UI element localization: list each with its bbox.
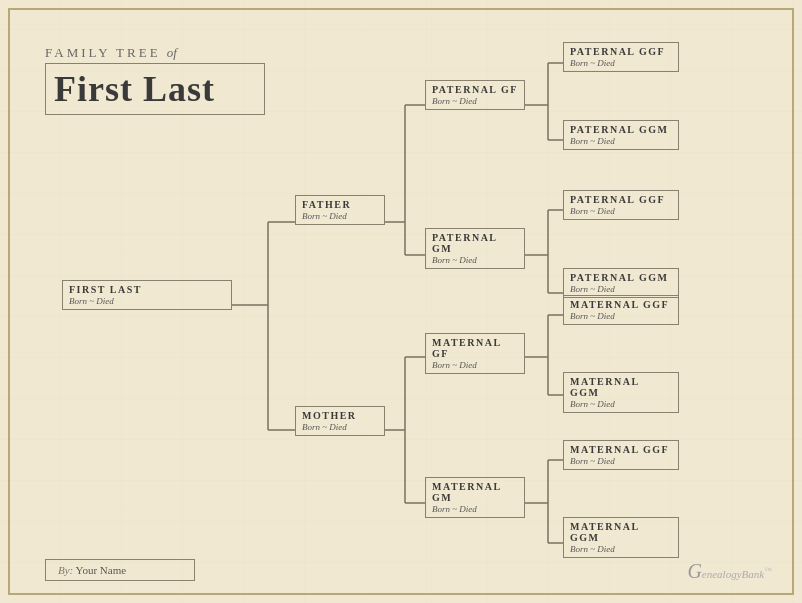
pat-ggf2-dates: Born ~ Died (564, 206, 678, 219)
title-area: FAMILY TREE of First Last (45, 45, 265, 115)
pat-ggf1-name: PATERNAL GGF (564, 43, 678, 58)
paternal-gm-name: PATERNAL GM (426, 229, 524, 255)
father-box: FATHER Born ~ Died (295, 195, 385, 225)
pat-ggm1-name: PATERNAL GGM (564, 121, 678, 136)
logo-suffix: ™ (764, 566, 772, 575)
pat-ggm2-name: PATERNAL GGM (564, 269, 678, 284)
title-subtitle: FAMILY TREE of (45, 45, 265, 61)
mat-ggm2-box: MATERNAL GGM Born ~ Died (563, 517, 679, 558)
logo-text: enealogyBank (702, 568, 764, 580)
paternal-gf-dates: Born ~ Died (426, 96, 524, 109)
father-name: FATHER (296, 196, 384, 211)
by-label: By: (58, 564, 73, 576)
mat-ggf2-dates: Born ~ Died (564, 456, 678, 469)
pat-ggf2-box: PATERNAL GGF Born ~ Died (563, 190, 679, 220)
subtitle-of: of (167, 45, 177, 60)
maternal-gm-dates: Born ~ Died (426, 504, 524, 517)
mat-ggm2-name: MATERNAL GGM (564, 518, 678, 544)
pat-ggm1-box: PATERNAL GGM Born ~ Died (563, 120, 679, 150)
maternal-gf-name: MATERNAL GF (426, 334, 524, 360)
main-title: First Last (45, 63, 265, 115)
father-dates: Born ~ Died (296, 211, 384, 224)
paternal-gf-box: PATERNAL GF Born ~ Died (425, 80, 525, 110)
self-box: FIRST LAST Born ~ Died (62, 280, 232, 310)
mat-ggf1-dates: Born ~ Died (564, 311, 678, 324)
paternal-gf-name: PATERNAL GF (426, 81, 524, 96)
mother-dates: Born ~ Died (296, 422, 384, 435)
pat-ggf1-dates: Born ~ Died (564, 58, 678, 71)
footer-by: By: Your Name (45, 559, 195, 581)
paternal-gm-box: PATERNAL GM Born ~ Died (425, 228, 525, 269)
maternal-gm-name: MATERNAL GM (426, 478, 524, 504)
mat-ggf1-name: MATERNAL GGF (564, 296, 678, 311)
mat-ggm1-dates: Born ~ Died (564, 399, 678, 412)
by-name: Your Name (73, 564, 126, 576)
pat-ggf1-box: PATERNAL GGF Born ~ Died (563, 42, 679, 72)
maternal-gf-dates: Born ~ Died (426, 360, 524, 373)
maternal-gm-box: MATERNAL GM Born ~ Died (425, 477, 525, 518)
logo-g: G (687, 560, 701, 582)
mat-ggm1-box: MATERNAL GGM Born ~ Died (563, 372, 679, 413)
mat-ggf1-box: MATERNAL GGF Born ~ Died (563, 295, 679, 325)
self-dates: Born ~ Died (63, 296, 231, 309)
genealogy-logo: GenealogyBank™ (687, 560, 772, 583)
self-name: FIRST LAST (63, 281, 231, 296)
subtitle-text: FAMILY TREE (45, 45, 161, 60)
pat-ggm2-box: PATERNAL GGM Born ~ Died (563, 268, 679, 298)
mother-box: MOTHER Born ~ Died (295, 406, 385, 436)
mat-ggm1-name: MATERNAL GGM (564, 373, 678, 399)
paternal-gm-dates: Born ~ Died (426, 255, 524, 268)
mat-ggf2-box: MATERNAL GGF Born ~ Died (563, 440, 679, 470)
mat-ggm2-dates: Born ~ Died (564, 544, 678, 557)
mother-name: MOTHER (296, 407, 384, 422)
pat-ggm1-dates: Born ~ Died (564, 136, 678, 149)
mat-ggf2-name: MATERNAL GGF (564, 441, 678, 456)
pat-ggf2-name: PATERNAL GGF (564, 191, 678, 206)
maternal-gf-box: MATERNAL GF Born ~ Died (425, 333, 525, 374)
